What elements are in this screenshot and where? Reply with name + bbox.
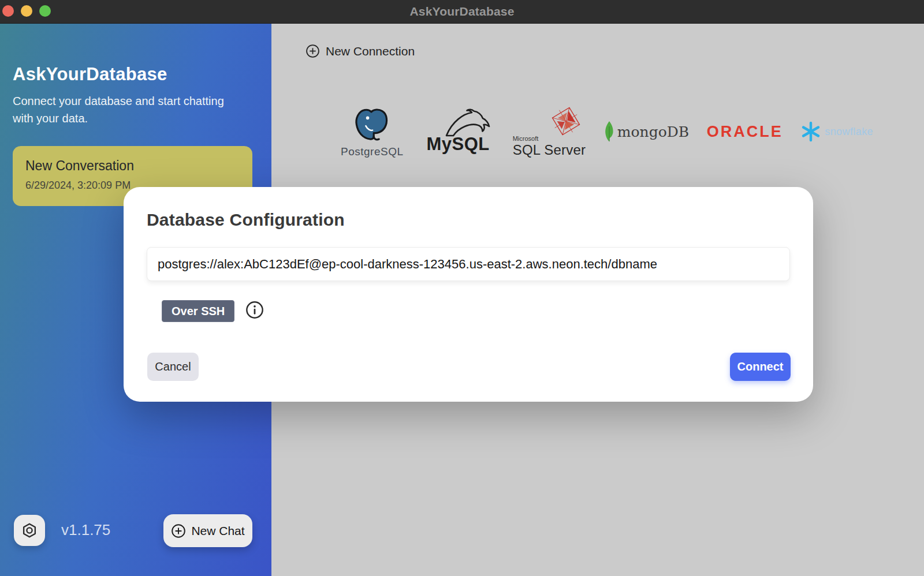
postgresql-elephant-icon	[352, 105, 392, 143]
titlebar: AskYourDatabase	[0, 0, 924, 24]
mysql-label: MySQL	[426, 134, 489, 155]
new-chat-label: New Chat	[191, 524, 244, 538]
new-connection-label: New Connection	[326, 44, 415, 58]
conversation-title: New Conversation	[25, 158, 240, 174]
mysql-dolphin-icon	[442, 109, 495, 137]
new-connection-button[interactable]: New Connection	[305, 44, 415, 58]
app-subtitle: Connect your database and start chatting…	[13, 92, 244, 127]
window-title: AskYourDatabase	[409, 5, 514, 18]
zoom-window-button[interactable]	[39, 5, 51, 17]
dialog-title: Database Configuration	[147, 210, 345, 230]
mongodb-label: mongoDB	[617, 124, 689, 140]
mongodb-leaf-icon	[603, 121, 615, 143]
plus-circle-icon	[171, 523, 186, 538]
traffic-lights	[2, 5, 51, 17]
database-option-postgresql[interactable]: PostgreSQL	[341, 105, 404, 158]
gear-icon	[21, 522, 38, 539]
settings-button[interactable]	[14, 515, 45, 546]
connect-button[interactable]: Connect	[730, 353, 791, 381]
database-option-mysql[interactable]: MySQL	[421, 109, 495, 155]
snowflake-icon	[800, 121, 821, 142]
postgresql-label: PostgreSQL	[341, 145, 404, 158]
cancel-label: Cancel	[155, 360, 191, 373]
close-window-button[interactable]	[2, 5, 14, 17]
new-chat-button[interactable]: New Chat	[163, 514, 252, 547]
oracle-label: ORACLE	[707, 123, 783, 141]
over-ssh-label: Over SSH	[172, 305, 225, 318]
database-option-mongodb[interactable]: mongoDB	[603, 121, 689, 143]
database-option-sqlserver[interactable]: Microsoft SQL Server	[513, 105, 586, 158]
database-configuration-dialog: Database Configuration Over SSH Cancel C…	[124, 187, 813, 402]
sqlserver-brand-label: Microsoft	[513, 135, 539, 142]
database-option-oracle[interactable]: ORACLE	[707, 123, 783, 141]
sqlserver-icon	[550, 105, 582, 137]
database-option-snowflake[interactable]: snowflake	[800, 121, 873, 142]
minimize-window-button[interactable]	[21, 5, 32, 17]
app-title: AskYourDatabase	[13, 64, 167, 85]
cancel-button[interactable]: Cancel	[147, 353, 199, 381]
snowflake-label: snowflake	[825, 126, 873, 138]
info-icon	[245, 301, 264, 319]
connection-string-input[interactable]	[147, 247, 790, 281]
sqlserver-label: SQL Server	[513, 142, 586, 158]
ssh-info-button[interactable]	[245, 300, 264, 320]
version-label: v1.1.75	[61, 521, 110, 539]
plus-circle-icon	[305, 44, 320, 58]
database-logos-row: PostgreSQL MySQL	[341, 100, 873, 163]
connect-label: Connect	[737, 360, 784, 373]
over-ssh-toggle[interactable]: Over SSH	[162, 300, 234, 322]
